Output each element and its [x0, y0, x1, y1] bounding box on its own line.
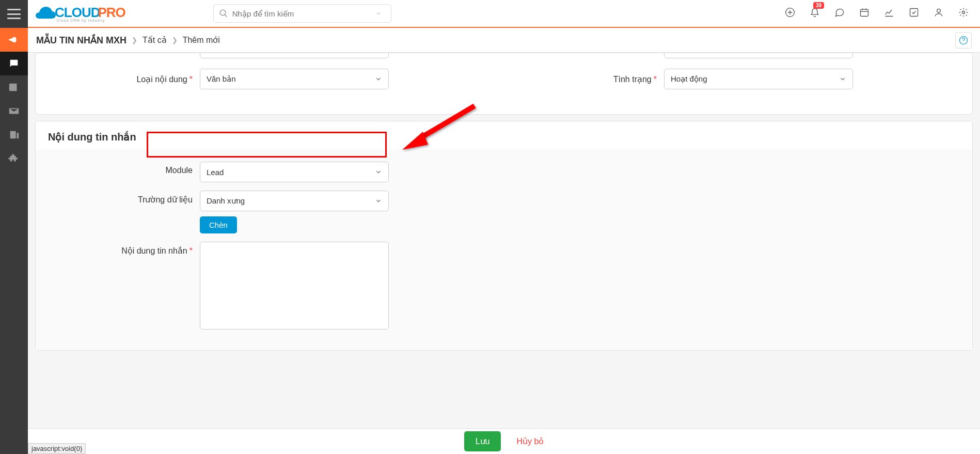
- content-area: [Văn bản] Mẫu tin nhắn cảm ơn quý khách …: [28, 53, 980, 428]
- breadcrumb-new: Thêm mới: [183, 35, 220, 45]
- card-message-content: Nội dung tin nhắn Module Lead: [35, 121, 973, 351]
- messages-button[interactable]: [834, 7, 845, 20]
- logo[interactable]: CLOUDPRO Cloud CRM by Industry: [34, 4, 125, 23]
- name-input[interactable]: [Văn bản] Mẫu tin nhắn cảm ơn quý khách …: [200, 53, 389, 58]
- sidebar-item-book[interactable]: [0, 75, 28, 99]
- breadcrumb-bar: MẪU TIN NHẮN MXH ❯ Tất cả ❯ Thêm mới: [28, 28, 980, 53]
- help-button[interactable]: [955, 32, 972, 49]
- logo-text-pro: PRO: [98, 5, 125, 20]
- label-module: Module: [50, 162, 200, 175]
- sidebar: [0, 0, 28, 454]
- breadcrumb: MẪU TIN NHẮN MXH ❯ Tất cả ❯ Thêm mới: [36, 35, 220, 46]
- megaphone-icon: [8, 34, 20, 45]
- label-field: Trường dữ liệu: [50, 191, 200, 205]
- gear-icon: [958, 7, 969, 18]
- notification-badge: 39: [813, 2, 824, 9]
- svg-rect-1: [861, 9, 868, 16]
- analytics-button[interactable]: [884, 7, 894, 20]
- menu-toggle-button[interactable]: [0, 0, 28, 28]
- mail-icon: [8, 105, 20, 117]
- module-select[interactable]: Lead: [200, 162, 389, 182]
- plus-circle-icon: [785, 7, 795, 18]
- search-icon: [219, 9, 228, 18]
- chat-icon: [8, 58, 20, 69]
- module-value: Lead: [207, 168, 224, 177]
- chevron-down-icon: [375, 10, 382, 17]
- search-box[interactable]: [213, 4, 391, 23]
- channel-select[interactable]: Zalo: [664, 53, 853, 58]
- sidebar-item-extension[interactable]: [0, 147, 28, 170]
- help-icon: [959, 36, 968, 45]
- svg-rect-2: [910, 9, 918, 17]
- user-button[interactable]: [934, 7, 944, 20]
- sidebar-item-campaign[interactable]: [0, 28, 28, 52]
- cancel-button[interactable]: Hủy bỏ: [516, 436, 544, 446]
- save-button[interactable]: Lưu: [464, 431, 501, 451]
- status-value: Hoạt động: [671, 74, 707, 84]
- content-type-select[interactable]: Văn bản: [200, 69, 389, 89]
- svg-point-4: [962, 11, 965, 14]
- calendar-icon: [859, 7, 870, 18]
- svg-point-3: [937, 9, 941, 12]
- sidebar-item-chat[interactable]: [0, 52, 28, 75]
- user-icon: [934, 7, 944, 18]
- calendar-button[interactable]: [859, 7, 870, 20]
- checkbox-icon: [909, 7, 919, 18]
- cloud-icon: [34, 4, 57, 23]
- bottom-action-bar: Lưu Hủy bỏ: [28, 428, 980, 454]
- search-input[interactable]: [232, 9, 375, 18]
- tasks-button[interactable]: [909, 7, 919, 20]
- sidebar-item-news[interactable]: [0, 123, 28, 147]
- insert-button[interactable]: Chèn: [200, 216, 237, 233]
- chevron-right-icon: ❯: [132, 36, 137, 44]
- chart-icon: [884, 7, 894, 18]
- label-content-type: Loại nội dung*: [50, 74, 200, 84]
- book-icon: [8, 82, 20, 93]
- topbar: CLOUDPRO Cloud CRM by Industry 39: [28, 0, 980, 28]
- label-message-content: Nội dung tin nhắn*: [50, 242, 200, 256]
- content-type-value: Văn bản: [207, 74, 236, 84]
- settings-button[interactable]: [958, 7, 969, 20]
- card-basic-info: [Văn bản] Mẫu tin nhắn cảm ơn quý khách …: [35, 53, 973, 115]
- chat-bubble-icon: [834, 7, 845, 18]
- chevron-right-icon: ❯: [172, 36, 178, 44]
- top-icons: 39: [785, 7, 975, 20]
- field-value: Danh xưng: [207, 196, 245, 206]
- hamburger-icon: [7, 9, 21, 19]
- chevron-down-icon: [839, 75, 846, 83]
- puzzle-icon: [8, 153, 20, 164]
- bell-icon: [810, 7, 820, 18]
- field-select[interactable]: Danh xưng: [200, 191, 389, 211]
- add-button[interactable]: [785, 7, 795, 20]
- sidebar-item-mail[interactable]: [0, 99, 28, 123]
- news-icon: [8, 129, 20, 140]
- message-textarea[interactable]: [200, 242, 389, 330]
- card-title-message: Nội dung tin nhắn: [36, 121, 972, 149]
- chevron-down-icon: [375, 197, 382, 205]
- notifications-button[interactable]: 39: [810, 7, 820, 20]
- statusbar: javascript:void(0): [28, 443, 86, 454]
- status-select[interactable]: Hoạt động: [664, 69, 853, 89]
- chevron-down-icon: [375, 75, 382, 83]
- chevron-down-icon: [375, 168, 382, 176]
- breadcrumb-all[interactable]: Tất cả: [143, 35, 167, 45]
- logo-text-cloud: CLOUD: [55, 5, 100, 20]
- label-status: Tình trạng*: [514, 74, 664, 84]
- breadcrumb-title[interactable]: MẪU TIN NHẮN MXH: [36, 35, 127, 46]
